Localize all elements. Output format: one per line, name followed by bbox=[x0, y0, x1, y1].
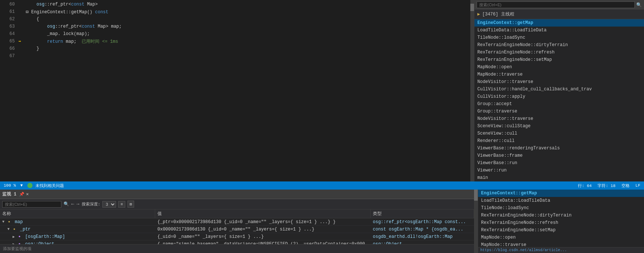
nav-back-btn[interactable]: ← bbox=[71, 201, 74, 207]
call-stack-item[interactable]: SceneView::cullStage bbox=[474, 122, 644, 130]
line-arrow: ➡ bbox=[18, 39, 26, 44]
watch-cell-name: ▶●[osgEarth::Map] bbox=[0, 233, 155, 240]
call-stack-item[interactable]: ViewerBase::frame bbox=[474, 152, 644, 159]
call-stack-item[interactable]: CullVisitor::handle_cull_callbacks_and_t… bbox=[474, 86, 644, 93]
call-stack-item[interactable]: RexTerrainEngineNode::dirtyTerrain bbox=[478, 212, 644, 219]
call-stack-item[interactable]: MapNode::open bbox=[474, 63, 644, 71]
code-line: 66 } bbox=[0, 45, 470, 52]
code-line: 61⊟ EngineContext::getMap() const bbox=[0, 8, 470, 15]
status-bar-left: 100 % ▼ 未找到相关问题 bbox=[4, 183, 574, 188]
code-line: 65➡ return map; 已用时间 <= 1ms bbox=[0, 38, 470, 45]
call-stack-item[interactable]: MapNode::traverse bbox=[474, 71, 644, 78]
watch-header: 监视 1 📌 ✕ bbox=[0, 190, 474, 199]
code-line: 60 osg::ref_ptr<const Map> bbox=[0, 1, 470, 8]
call-stack-item[interactable]: LoadTileData::LoadTileData bbox=[474, 27, 644, 34]
call-stack-item[interactable]: Group::traverse bbox=[474, 108, 644, 115]
watch-row[interactable]: ▶●osg::Object{_name="simple_basemap" _da… bbox=[0, 240, 474, 244]
code-line: 63 osg::ref_ptr<const Map> map; bbox=[0, 23, 470, 30]
nav-forward-btn[interactable]: → bbox=[76, 201, 79, 207]
watch-name-text: map bbox=[15, 219, 23, 225]
watch-panel: 监视 1 📌 ✕ 🔍 ← → 搜索深度: 31245 ≡ ⊞ 名称 bbox=[0, 190, 474, 253]
encoding-info: LF bbox=[636, 183, 640, 188]
call-stack-panel: 🔍 ▶ [3476] 主线程 EngineContext::getMapLoad… bbox=[474, 0, 644, 181]
watch-search-input[interactable] bbox=[2, 201, 61, 208]
call-stack-item[interactable]: Viewer::run bbox=[474, 167, 644, 174]
call-stack-item[interactable]: RexTerrainEngineNode::setMap bbox=[474, 56, 644, 63]
watch-cell-value: {_name="simple_basemap" _dataVariance=UN… bbox=[155, 241, 371, 245]
call-stack-item[interactable]: MapNode::traverse bbox=[478, 241, 644, 247]
line-number: 60 bbox=[0, 2, 18, 7]
line-number: 64 bbox=[0, 31, 18, 37]
call-stack-item[interactable]: TileNode::loadSync bbox=[478, 204, 644, 212]
status-indicator bbox=[27, 183, 33, 188]
watch-cell-type: osg::ref_ptr<osgEarth::Map const... bbox=[371, 219, 474, 225]
line-content: osg::ref_ptr<const Map> map; bbox=[26, 24, 470, 29]
watch-cell-type: osg::Object bbox=[371, 241, 474, 245]
tool-icon-1[interactable]: ≡ bbox=[118, 201, 125, 208]
col-header-type: 类型 bbox=[371, 209, 474, 218]
line-info: 行: 64 bbox=[578, 183, 592, 188]
tool-icon-2[interactable]: ⊞ bbox=[127, 201, 134, 208]
call-stack-item[interactable]: EngineContext::getMap bbox=[474, 19, 644, 27]
call-stack-item[interactable]: ViewerBase::run bbox=[474, 159, 644, 167]
watch-icon: ● bbox=[13, 228, 18, 231]
thread-icon: ▶ bbox=[477, 11, 480, 17]
space-info: 空格 bbox=[621, 183, 630, 188]
watch-name-text: osg::Object bbox=[25, 242, 54, 245]
call-stack-item[interactable]: SceneView::cull bbox=[474, 130, 644, 137]
col-header-value: 值 bbox=[155, 209, 371, 218]
call-stack-item[interactable]: NodeVisitor::traverse bbox=[474, 78, 644, 86]
search-icon: 🔍 bbox=[64, 201, 69, 207]
expand-icon[interactable]: ▶ bbox=[13, 235, 18, 239]
call-stack-item[interactable]: MapNode::open bbox=[478, 234, 644, 241]
watch-row[interactable]: ▼●map{_ptr=0x000002173986d130 {_uid=0 _n… bbox=[0, 218, 474, 226]
call-stack-item[interactable]: CullVisitor::apply bbox=[474, 93, 644, 100]
call-stack-item[interactable]: main bbox=[474, 174, 644, 181]
line-number: 62 bbox=[0, 17, 18, 22]
watch-cell-name: ▶●osg::Object bbox=[0, 241, 155, 245]
code-editor: 60 osg::ref_ptr<const Map>61⊟ EngineCont… bbox=[0, 0, 470, 181]
call-stack-item[interactable]: EngineContext::getMap bbox=[478, 190, 644, 197]
call-stack-search-bar: 🔍 bbox=[474, 0, 644, 10]
search-depth-label: 搜索深度: bbox=[82, 201, 100, 207]
expand-icon[interactable]: ▼ bbox=[7, 227, 13, 231]
search-depth-select[interactable]: 31245 bbox=[102, 201, 116, 208]
watch-rows: ▼●map{_ptr=0x000002173986d130 {_uid=0 _n… bbox=[0, 218, 474, 244]
watch-cell-name: ▼●map bbox=[0, 219, 155, 225]
call-stack-item[interactable]: Renderer::cull bbox=[474, 137, 644, 145]
call-stack-item[interactable]: RexTerrainEngineNode::refresh bbox=[478, 219, 644, 226]
call-stack-item[interactable]: Group::accept bbox=[474, 100, 644, 108]
issues-label: 未找到相关问题 bbox=[35, 183, 64, 188]
watch-row[interactable]: ▼●_ptr0x000002173986d130 {_uid=0 _name="… bbox=[0, 226, 474, 233]
line-content: _map. lock(map); bbox=[26, 31, 470, 37]
watch-title: 监视 1 bbox=[2, 191, 16, 197]
line-number: 66 bbox=[0, 46, 18, 51]
lower-area: 监视 1 📌 ✕ 🔍 ← → 搜索深度: 31245 ≡ ⊞ 名称 bbox=[0, 190, 644, 253]
thread-label: [3476] 主线程 bbox=[482, 11, 514, 17]
search-icon[interactable]: 🔍 bbox=[636, 2, 642, 8]
watch-close-btn[interactable]: ✕ bbox=[26, 191, 28, 197]
line-number: 63 bbox=[0, 24, 18, 29]
expand-icon[interactable]: ▼ bbox=[2, 220, 7, 224]
call-stack-item[interactable]: RexTerrainEngineNode::dirtyTerrain bbox=[474, 41, 644, 49]
watch-cell-name: ▼●_ptr bbox=[0, 226, 155, 233]
call-stack-item[interactable]: RexTerrainEngineNode::refresh bbox=[474, 49, 644, 56]
call-stack-search-input[interactable] bbox=[477, 1, 635, 8]
call-stack-item[interactable]: NodeVisitor::traverse bbox=[474, 115, 644, 122]
watch-cell-value: {_uid=0 _name="" _layers={ size=1 } ...} bbox=[155, 233, 371, 240]
call-stack-item[interactable]: ViewerBase::renderingTraversals bbox=[474, 145, 644, 152]
code-line: 64 _map. lock(map); bbox=[0, 30, 470, 38]
watch-icon: ● bbox=[18, 235, 24, 239]
call-stack-list: EngineContext::getMapLoadTileData::LoadT… bbox=[474, 19, 644, 181]
call-stack-item[interactable]: TileNode::loadSync bbox=[474, 34, 644, 41]
status-bar-right: 行: 64 字符: 18 空格 LF bbox=[578, 183, 640, 188]
watch-cell-type: osgdb_earthd.dll!osgEarth::Map bbox=[371, 233, 474, 240]
call-stack-item[interactable]: LoadTileData::LoadTileData bbox=[478, 197, 644, 204]
watch-cell-value: {_ptr=0x000002173986d130 {_uid=0 _name="… bbox=[155, 219, 371, 225]
call-stack-item[interactable]: RexTerrainEngineNode::setMap bbox=[478, 226, 644, 234]
watch-name-text: [osgEarth::Map] bbox=[25, 234, 65, 239]
line-number: 65 bbox=[0, 39, 18, 44]
watch-pin-btn[interactable]: 📌 bbox=[19, 192, 24, 197]
watch-row[interactable]: ▶●[osgEarth::Map]{_uid=0 _name="" _layer… bbox=[0, 233, 474, 240]
watch-icon: ● bbox=[8, 220, 13, 224]
